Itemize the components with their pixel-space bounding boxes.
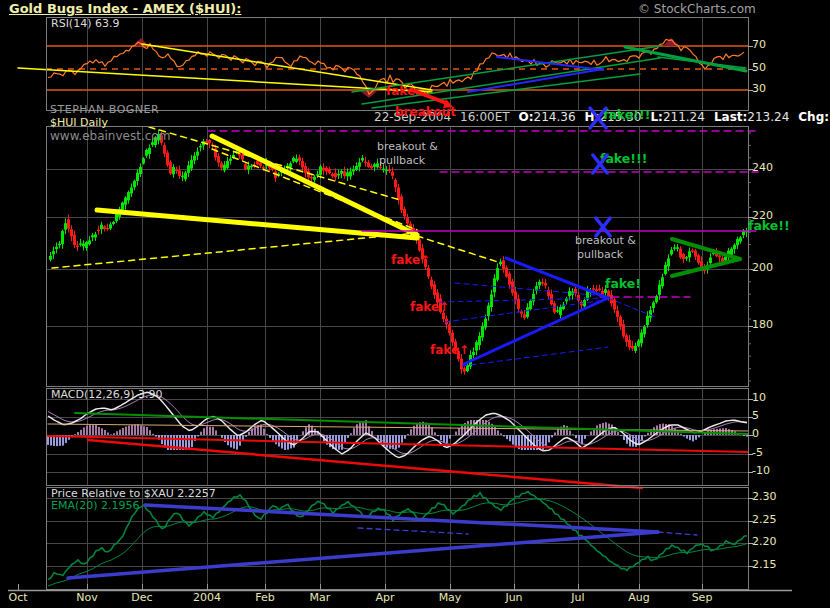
blue-x-mark	[590, 108, 606, 128]
blue-x-mark	[593, 155, 607, 173]
annotation-overlay	[0, 0, 830, 608]
blue-x-mark	[596, 218, 610, 236]
stockcharts-chart-image: Gold Bugs Index - AMEX ($HUI): © StockCh…	[0, 0, 830, 608]
red-breakout-arrow	[412, 90, 453, 108]
